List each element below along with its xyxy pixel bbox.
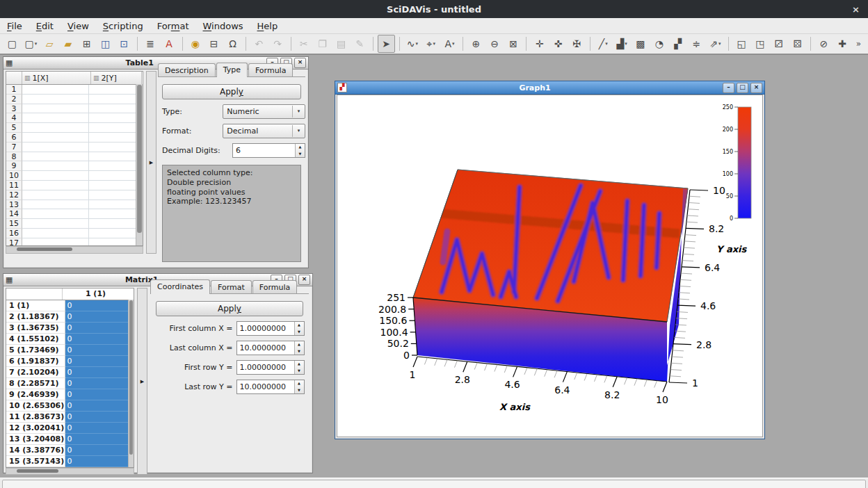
results-log-button[interactable]: ⊟ [205, 35, 223, 53]
table1-horizontal-scrollbar[interactable] [6, 246, 143, 254]
matrix1-apply-button[interactable]: Apply [156, 301, 303, 316]
matrix1-cell[interactable]: 0 [65, 400, 134, 412]
table1-cell[interactable] [89, 104, 138, 114]
table1-cell[interactable] [89, 229, 138, 238]
table1-cell[interactable] [89, 133, 138, 143]
spin-down-icon[interactable]: ▼ [295, 329, 304, 336]
table1-cell[interactable] [22, 133, 89, 143]
project-explorer-button[interactable]: ◉ [186, 35, 204, 53]
table1-cell[interactable] [89, 113, 138, 123]
plot-image-button[interactable]: ▩ [632, 35, 649, 53]
graph1-titlebar[interactable]: ▞ Graph1 – □ × [335, 81, 764, 95]
table1-cell[interactable] [22, 95, 89, 104]
table1-cell[interactable] [22, 152, 89, 162]
matrix1-cell[interactable]: 0 [65, 434, 134, 445]
table1-cell[interactable] [22, 161, 89, 171]
spin-down-icon[interactable]: ▼ [295, 368, 304, 375]
table1-cell[interactable] [89, 123, 138, 133]
import-ascii-button[interactable]: ⊞ [78, 35, 95, 53]
matrix1-row-header[interactable]: 2 (1.18367) [6, 311, 65, 323]
matrix1-cell[interactable]: 0 [65, 367, 134, 378]
plot3d-trajectory-button[interactable]: ⚄ [789, 35, 806, 53]
matrix1-row-header[interactable]: 15 (3.57143) [6, 456, 65, 467]
table1-cell[interactable] [89, 209, 138, 219]
table1-row-header[interactable]: 13 [6, 200, 22, 210]
scrollbar-thumb[interactable] [129, 300, 133, 455]
append-project-button[interactable]: ▰ [60, 35, 77, 53]
graph1-close-button[interactable]: × [750, 83, 762, 93]
table1-row-header[interactable]: 7 [6, 143, 22, 152]
table1-cell[interactable] [22, 209, 89, 219]
plot-3d-bars-button[interactable]: ▞ [669, 35, 686, 53]
table1-row-header[interactable]: 8 [6, 152, 22, 162]
table1-cell[interactable] [89, 219, 138, 229]
graph1-minimize-button[interactable]: – [723, 83, 734, 93]
table1-cell[interactable] [22, 200, 89, 210]
table1-cell[interactable] [22, 219, 89, 229]
matrix1-row-header[interactable]: 9 (2.46939) [6, 389, 65, 400]
table1-cell[interactable] [22, 181, 89, 190]
table1-row-header[interactable]: 3 [6, 104, 22, 114]
table1-cell[interactable] [89, 143, 138, 152]
menu-edit[interactable]: Edit [29, 19, 61, 33]
graph1-window[interactable]: ▞ Graph1 – □ × [335, 81, 765, 439]
table1-panel-collapse-handle[interactable]: ▶ [146, 71, 156, 254]
spinner-buttons[interactable]: ▲ ▼ [295, 144, 305, 157]
matrix1-corner-cell[interactable] [6, 288, 63, 300]
table1-column-header[interactable]: ▥2[Y] [91, 72, 142, 84]
spin-up-icon[interactable]: ▲ [295, 361, 304, 368]
table1-cell[interactable] [22, 143, 89, 152]
save-as-button[interactable]: ⊡ [115, 35, 133, 53]
scrollbar-thumb[interactable] [17, 247, 72, 251]
table1-window[interactable]: ▦ Table1 – □ × ▥1[X]▥2[Y] 12345678910111… [3, 56, 309, 268]
matrix1-row-header[interactable]: 10 (2.65306) [6, 400, 65, 412]
plot-pie-button[interactable]: ◔ [650, 35, 668, 53]
matrix1-cell[interactable]: 0 [65, 356, 134, 367]
first-row-y-spinbox[interactable]: 1.00000000▲▼ [236, 360, 305, 375]
zoom-out-button[interactable]: ⊖ [486, 35, 504, 53]
table1-row-header[interactable]: 6 [6, 133, 22, 143]
table1-cell[interactable] [89, 238, 138, 246]
matrix1-cell[interactable]: 0 [65, 456, 134, 467]
matrix1-row-header[interactable]: 8 (2.28571) [6, 378, 65, 389]
table1-apply-button[interactable]: Apply [162, 84, 301, 99]
spinner-buttons[interactable]: ▲▼ [294, 361, 304, 374]
plot-column-button[interactable]: ▟▾ [613, 35, 631, 53]
table1-cell[interactable] [89, 181, 138, 190]
duplicate-window-button[interactable]: ⊘ [815, 35, 833, 53]
matrix1-row-header[interactable]: 14 (3.38776) [6, 445, 65, 456]
table1-row-header[interactable]: 15 [6, 219, 22, 229]
matrix1-horizontal-scrollbar[interactable] [6, 468, 134, 475]
export-pdf-button[interactable]: A [161, 35, 178, 53]
matrix1-cell[interactable]: 0 [65, 311, 134, 323]
add-text-button[interactable]: A▾ [441, 35, 458, 53]
matrix1-cell[interactable]: 0 [65, 334, 134, 345]
table1-tab-type[interactable]: Type [216, 63, 248, 77]
table1-column-header[interactable]: ▥1[X] [22, 72, 91, 84]
matrix1-cell[interactable]: 0 [65, 323, 134, 334]
select-curve-button[interactable]: ∿▾ [403, 35, 421, 53]
spin-up-icon[interactable]: ▲ [296, 144, 305, 151]
table1-tab-description[interactable]: Description [158, 63, 216, 77]
new-project-button[interactable]: ▢ [3, 35, 21, 53]
menu-format[interactable]: Format [150, 19, 196, 33]
matrix1-row-header[interactable]: 4 (1.55102) [6, 334, 65, 345]
table1-row-header[interactable]: 12 [6, 190, 22, 200]
menu-windows[interactable]: Windows [196, 19, 250, 33]
table1-cell[interactable] [89, 95, 138, 104]
pointer-button[interactable]: ➤ [378, 35, 395, 53]
matrix1-cell[interactable]: 0 [65, 300, 134, 311]
table1-cell[interactable] [22, 123, 89, 133]
graph1-canvas[interactable]: 108.26.44.62.8112.84.66.48.210251200.815… [337, 95, 763, 437]
table1-row-header[interactable]: 1 [6, 85, 22, 95]
spin-down-icon[interactable]: ▼ [295, 387, 304, 394]
menu-help[interactable]: Help [250, 19, 285, 33]
print-button[interactable]: ≣ [142, 35, 159, 53]
table1-cell[interactable] [22, 104, 89, 114]
matrix1-row-header[interactable]: 13 (3.20408) [6, 434, 65, 445]
table1-cell[interactable] [89, 161, 138, 171]
decimal-digits-spinbox[interactable]: 6 ▲ ▼ [232, 143, 305, 158]
table1-cell[interactable] [22, 113, 89, 123]
matrix1-row-header[interactable]: 1 (1) [6, 300, 65, 311]
table1-corner-cell[interactable] [6, 72, 22, 84]
